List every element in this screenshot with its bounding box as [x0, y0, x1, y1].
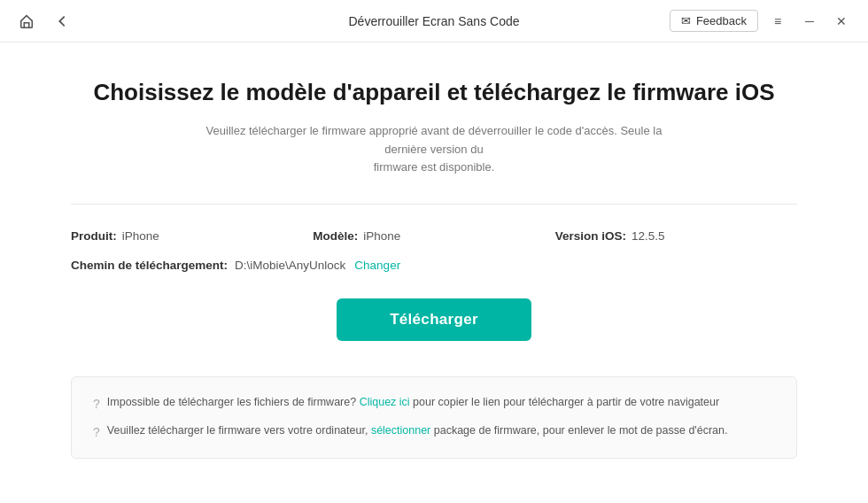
model-label: Modèle: — [313, 229, 358, 243]
product-info-row: Produit: iPhone Modèle: iPhone Version i… — [71, 229, 797, 243]
help-icon-2: ? — [93, 422, 100, 442]
app-title: Déverrouiller Ecran Sans Code — [349, 14, 520, 28]
ios-version-value: 12.5.5 — [632, 229, 665, 243]
select-link[interactable]: sélectionner — [371, 424, 430, 437]
help-text-1: Impossible de télécharger les fichiers d… — [107, 393, 719, 411]
model-item: Modèle: iPhone — [313, 229, 554, 243]
back-icon[interactable] — [50, 9, 74, 34]
help-text-2: Veuillez télécharger le firmware vers vo… — [107, 422, 728, 439]
main-content: Choisissez le modèle d'appareil et téléc… — [0, 43, 868, 485]
product-label: Produit: — [71, 229, 117, 243]
ios-version-label: Version iOS: — [555, 229, 626, 243]
titlebar: Déverrouiller Ecran Sans Code ✉ Feedback… — [0, 0, 868, 43]
feedback-button[interactable]: ✉ Feedback — [670, 10, 758, 32]
ios-version-item: Version iOS: 12.5.5 — [555, 229, 797, 243]
product-item: Produit: iPhone — [71, 229, 313, 243]
mail-icon: ✉ — [681, 14, 691, 27]
titlebar-left — [14, 9, 74, 34]
page-title: Choisissez le modèle d'appareil et téléc… — [93, 78, 774, 108]
menu-button[interactable]: ≡ — [765, 9, 790, 34]
path-label: Chemin de téléchargement: — [71, 259, 228, 272]
product-value: iPhone — [122, 229, 159, 243]
minimize-button[interactable]: ─ — [797, 9, 822, 34]
page-subtitle: Veuillez télécharger le firmware appropr… — [186, 122, 682, 177]
help-section: ? Impossible de télécharger les fichiers… — [71, 376, 797, 459]
click-here-link[interactable]: Cliquez ici — [360, 396, 410, 408]
titlebar-right: ✉ Feedback ≡ ─ ✕ — [670, 9, 854, 34]
help-icon-1: ? — [93, 394, 100, 414]
divider — [71, 204, 797, 205]
download-path-row: Chemin de téléchargement: D:\iMobie\AnyU… — [71, 259, 797, 272]
change-path-link[interactable]: Changer — [354, 259, 400, 272]
download-button[interactable]: Télécharger — [337, 298, 531, 341]
home-icon[interactable] — [14, 9, 39, 34]
help-item-2: ? Veuillez télécharger le firmware vers … — [93, 422, 775, 442]
close-button[interactable]: ✕ — [829, 9, 854, 34]
model-value: iPhone — [363, 229, 400, 243]
path-value: D:\iMobie\AnyUnlock — [235, 259, 345, 272]
help-item-1: ? Impossible de télécharger les fichiers… — [93, 393, 775, 414]
